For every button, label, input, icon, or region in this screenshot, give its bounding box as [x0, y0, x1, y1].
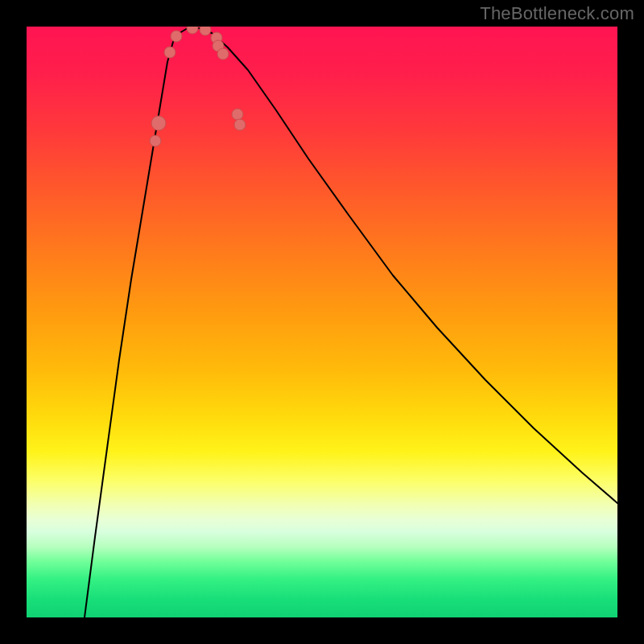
bottleneck-curve — [85, 28, 617, 617]
curve-layer — [27, 27, 617, 617]
watermark-text: TheBottleneck.com — [480, 3, 634, 24]
curve-marker — [200, 27, 211, 35]
curve-marker — [187, 27, 198, 34]
curve-marker — [234, 119, 246, 130]
curve-marker — [151, 116, 166, 130]
curve-marker — [171, 31, 182, 42]
plot-area — [27, 27, 617, 617]
curve-marker — [164, 47, 175, 58]
curve-marker — [217, 48, 229, 60]
curve-marker — [150, 135, 161, 147]
curve-marker — [232, 109, 243, 120]
chart-canvas: TheBottleneck.com — [0, 0, 644, 644]
